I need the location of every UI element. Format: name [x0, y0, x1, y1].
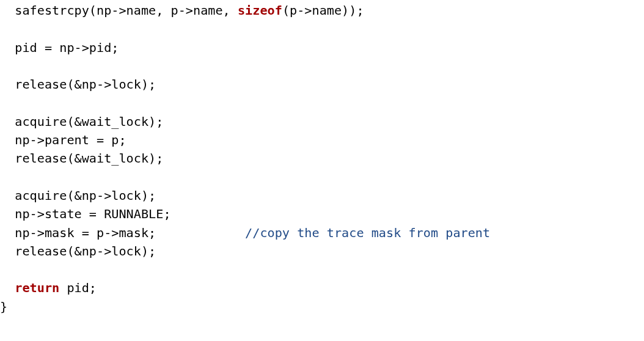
indent — [0, 3, 15, 18]
code-line: release(&wait_lock); — [0, 151, 163, 166]
code-line: release(&np->lock); — [0, 244, 156, 258]
indent — [0, 114, 15, 129]
code-token: acquire(&np->lock); — [15, 188, 156, 203]
code-line: safestrcpy(np->name, p->name, sizeof(p->… — [0, 3, 364, 18]
code-line: } — [0, 299, 7, 314]
code-token: (p->name)); — [282, 3, 364, 18]
code-token: } — [0, 299, 7, 314]
indent — [0, 188, 15, 203]
code-line: return pid; — [0, 280, 97, 295]
indent — [0, 280, 15, 295]
keyword-token: return — [15, 280, 59, 295]
code-token: acquire(&wait_lock); — [15, 114, 163, 129]
code-token: safestrcpy(np->name, p->name, — [15, 3, 238, 18]
code-line: acquire(&wait_lock); — [0, 114, 163, 129]
indent — [0, 151, 15, 166]
comment-token: //copy the trace mask from parent — [245, 226, 490, 240]
code-line: acquire(&np->lock); — [0, 188, 156, 203]
code-token: np->mask = p->mask; — [15, 226, 245, 240]
code-token: release(&wait_lock); — [15, 151, 163, 166]
indent — [0, 133, 15, 147]
code-token: np->state = RUNNABLE; — [15, 207, 170, 221]
code-line: np->state = RUNNABLE; — [0, 207, 171, 221]
code-line: release(&np->lock); — [0, 77, 156, 92]
indent — [0, 40, 15, 55]
code-token: pid; — [59, 280, 97, 295]
code-line: pid = np->pid; — [0, 40, 119, 55]
code-line: np->mask = p->mask; //copy the trace mas… — [0, 226, 490, 240]
code-token: pid = np->pid; — [15, 40, 119, 55]
code-token: release(&np->lock); — [15, 244, 156, 258]
indent — [0, 77, 15, 92]
indent — [0, 244, 15, 258]
indent — [0, 207, 15, 221]
code-block: safestrcpy(np->name, p->name, sizeof(p->… — [0, 0, 644, 316]
indent — [0, 226, 15, 240]
code-token: release(&np->lock); — [15, 77, 156, 92]
keyword-token: sizeof — [238, 3, 282, 18]
code-token: np->parent = p; — [15, 133, 126, 147]
code-line: np->parent = p; — [0, 133, 126, 147]
